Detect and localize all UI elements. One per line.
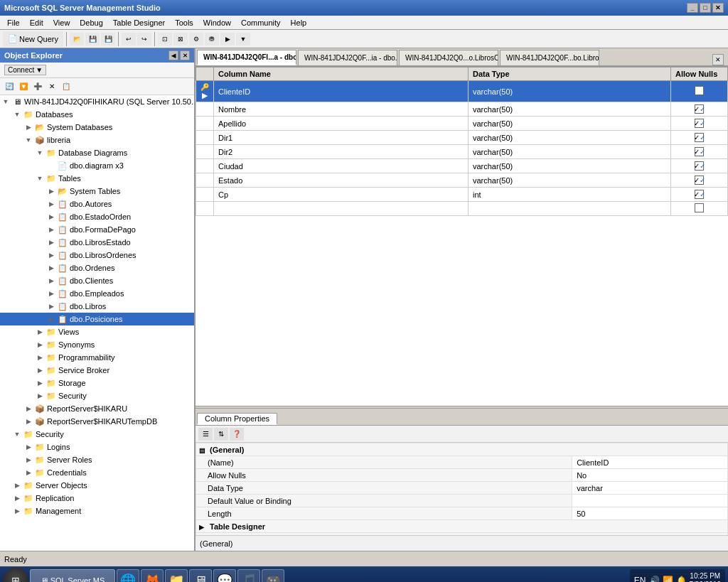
table-row[interactable]: Cp int ✓ bbox=[196, 188, 728, 202]
taskbar-ssms[interactable]: 🖥 SQL Server MS bbox=[30, 569, 115, 582]
taskbar-firefox[interactable]: 🦊 bbox=[141, 569, 164, 582]
tree-toggle[interactable]: ▼ bbox=[11, 431, 23, 438]
tree-item[interactable]: ▼📁Security bbox=[0, 428, 194, 441]
tree-toggle[interactable]: ▶ bbox=[46, 316, 57, 323]
tree-toggle[interactable]: ▶ bbox=[23, 124, 34, 131]
toolbar-btn-6[interactable]: ⊡ bbox=[158, 33, 172, 45]
maximize-button[interactable]: □ bbox=[700, 3, 711, 13]
tree-item[interactable]: ▼📁Database Diagrams bbox=[0, 146, 194, 159]
props-categorized-btn[interactable]: ☰ bbox=[198, 428, 213, 441]
table-row[interactable]: Ciudad varchar(50) ✓ bbox=[196, 159, 728, 173]
tree-item[interactable]: ▶📁Server Objects bbox=[0, 479, 194, 492]
oe-delete-button[interactable]: ✕ bbox=[46, 80, 58, 93]
column-name-cell[interactable]: Ciudad bbox=[214, 159, 469, 173]
tree-toggle[interactable]: ▶ bbox=[34, 341, 46, 348]
taskbar-folder[interactable]: 📁 bbox=[165, 569, 188, 582]
allow-null-cell[interactable]: ✓ bbox=[671, 173, 728, 188]
allow-null-checkbox[interactable]: ✓ bbox=[695, 133, 704, 142]
tree-item[interactable]: ▶📋dbo.LibrosOrdenes bbox=[0, 249, 194, 262]
tree-item[interactable]: ▶📦ReportServer$HIKARUTempDB bbox=[0, 415, 194, 428]
oe-refresh-button[interactable]: 🔄 bbox=[3, 80, 16, 93]
tree-toggle[interactable]: ▶ bbox=[23, 405, 34, 412]
allow-null-cell[interactable]: ✓ bbox=[671, 159, 728, 173]
tab-0[interactable]: WIN-841JD4J2Q0FI...a - dbo.Clientes✕ bbox=[197, 50, 296, 65]
taskbar-music[interactable]: 🎵 bbox=[237, 569, 260, 582]
data-type-cell[interactable]: varchar(50) bbox=[468, 131, 670, 145]
oe-pin-button[interactable]: ◀ bbox=[168, 50, 178, 60]
table-row[interactable]: 🔑▶ ClienteID varchar(50) bbox=[196, 81, 728, 102]
menu-tools[interactable]: Tools bbox=[171, 17, 198, 28]
oe-close-button[interactable]: ✕ bbox=[180, 50, 190, 60]
tree-toggle[interactable]: ▶ bbox=[23, 469, 34, 476]
tree-toggle[interactable]: ▼ bbox=[11, 111, 23, 118]
tree-toggle[interactable]: ▶ bbox=[46, 213, 57, 220]
tree-item[interactable]: ▶📁Replication bbox=[0, 492, 194, 505]
tab-2[interactable]: WIN-841JD4J2Q0...o.LibrosOrdenes bbox=[399, 50, 498, 65]
tree-item[interactable]: ▶📋dbo.Autores bbox=[0, 198, 194, 210]
toolbar-btn-7[interactable]: ⊠ bbox=[173, 33, 188, 45]
column-name-cell[interactable]: Dir2 bbox=[214, 145, 469, 159]
tree-item[interactable]: ▶📂System Databases bbox=[0, 121, 194, 134]
allow-null-checkbox[interactable] bbox=[695, 86, 704, 95]
allow-null-checkbox[interactable]: ✓ bbox=[695, 119, 704, 128]
close-button[interactable]: ✕ bbox=[712, 3, 724, 13]
taskbar-ie[interactable]: 🌐 bbox=[117, 569, 139, 582]
toolbar-btn-11[interactable]: ▼ bbox=[236, 33, 250, 45]
empty-allow-null[interactable] bbox=[671, 202, 728, 216]
section-expand-icon[interactable]: ▤ bbox=[199, 447, 208, 454]
data-type-cell[interactable]: varchar(50) bbox=[468, 159, 670, 173]
taskbar-cmd[interactable]: 🖥 bbox=[189, 569, 212, 582]
menu-table-designer[interactable]: Table Designer bbox=[109, 17, 169, 28]
oe-properties-button[interactable]: 📋 bbox=[60, 80, 73, 93]
tree-item[interactable]: ▶📋dbo.Ordenes bbox=[0, 262, 194, 274]
minimize-button[interactable]: _ bbox=[687, 3, 698, 13]
tree-item[interactable]: ▼📦libreria bbox=[0, 134, 194, 146]
data-type-cell[interactable]: varchar(50) bbox=[468, 117, 670, 131]
menu-help[interactable]: Help bbox=[287, 17, 311, 28]
table-row[interactable]: Nombre varchar(50) ✓ bbox=[196, 102, 728, 117]
tree-item[interactable]: ▶📋dbo.LibrosEstado bbox=[0, 236, 194, 249]
section-expand-icon[interactable]: ▶ bbox=[199, 524, 208, 531]
column-name-cell[interactable]: ClienteID bbox=[214, 81, 469, 102]
empty-null-checkbox[interactable] bbox=[695, 203, 704, 212]
tree-item[interactable]: ▶📁Synonyms bbox=[0, 338, 194, 351]
allow-null-cell[interactable]: ✓ bbox=[671, 102, 728, 117]
column-properties-tab[interactable]: Column Properties bbox=[197, 413, 277, 425]
oe-new-button[interactable]: ➕ bbox=[31, 80, 44, 93]
tree-toggle[interactable]: ▼ bbox=[34, 175, 46, 182]
menu-view[interactable]: View bbox=[49, 17, 75, 28]
taskbar-chat[interactable]: 💬 bbox=[213, 569, 236, 582]
prop-value[interactable] bbox=[572, 495, 728, 507]
tree-toggle[interactable]: ▶ bbox=[46, 188, 57, 195]
prop-value[interactable]: No bbox=[572, 469, 728, 482]
tree-toggle[interactable]: ▼ bbox=[0, 98, 11, 105]
menu-community[interactable]: Community bbox=[237, 17, 285, 28]
table-row[interactable]: Apellido varchar(50) ✓ bbox=[196, 117, 728, 131]
allow-null-cell[interactable]: ✓ bbox=[671, 117, 728, 131]
tree-toggle[interactable]: ▶ bbox=[34, 354, 46, 361]
allow-null-cell[interactable]: ✓ bbox=[671, 188, 728, 202]
tree-toggle[interactable]: ▶ bbox=[11, 495, 23, 502]
toolbar-btn-4[interactable]: ↩ bbox=[122, 33, 136, 45]
tree-toggle[interactable]: ▶ bbox=[23, 456, 34, 463]
toolbar-btn-1[interactable]: 📂 bbox=[70, 33, 84, 45]
prop-value[interactable]: 50 bbox=[572, 507, 728, 520]
prop-value[interactable]: ClienteID bbox=[572, 456, 728, 469]
designer-scroll[interactable]: Column Name Data Type Allow Nulls 🔑▶ Cli… bbox=[196, 67, 728, 406]
tree-toggle[interactable]: ▶ bbox=[46, 200, 57, 208]
table-row[interactable]: Dir1 varchar(50) ✓ bbox=[196, 131, 728, 145]
props-alphabetical-btn[interactable]: ⇅ bbox=[214, 428, 228, 441]
allow-null-checkbox[interactable]: ✓ bbox=[695, 190, 704, 199]
tree-item[interactable]: ▼🖥WIN-841JD4J2Q0FIHIKARU (SQL Server 10.… bbox=[0, 95, 194, 108]
tree-toggle[interactable]: ▶ bbox=[46, 252, 57, 259]
tree-toggle[interactable]: ▼ bbox=[34, 149, 46, 156]
menu-file[interactable]: File bbox=[3, 17, 24, 28]
props-section-header[interactable]: ▤ (General) bbox=[196, 443, 728, 456]
table-row[interactable]: Dir2 varchar(50) ✓ bbox=[196, 145, 728, 159]
prop-value[interactable]: varchar bbox=[572, 482, 728, 495]
tree-item[interactable]: ▶📋dbo.FormaDePago bbox=[0, 223, 194, 236]
tree-toggle[interactable]: ▶ bbox=[34, 392, 46, 399]
tree-item[interactable]: ▶📁Logins bbox=[0, 441, 194, 453]
tab-bar-close[interactable]: ✕ bbox=[712, 54, 724, 65]
allow-null-checkbox[interactable]: ✓ bbox=[695, 161, 704, 171]
